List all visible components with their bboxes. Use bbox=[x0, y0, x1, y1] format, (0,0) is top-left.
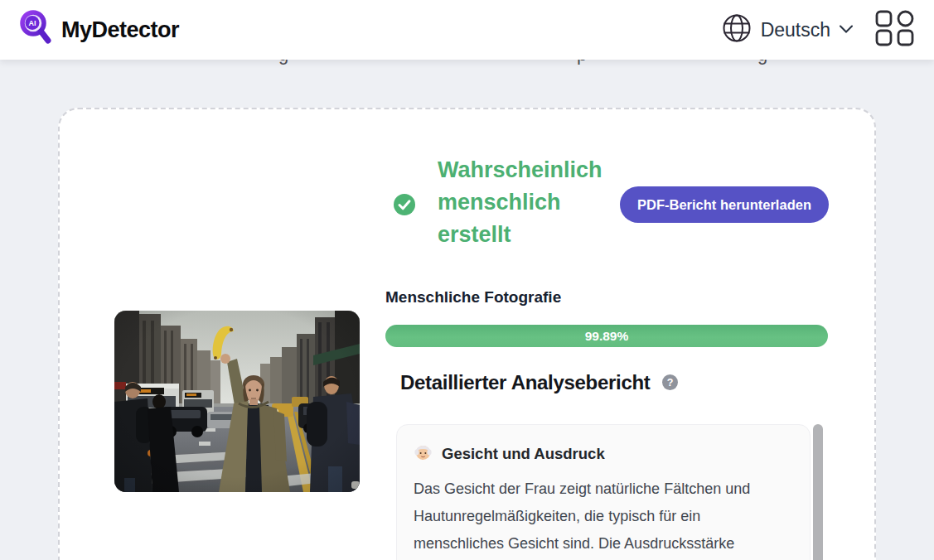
report-title-row: Detaillierter Analysebericht ? bbox=[400, 371, 678, 394]
text-fragment: p bbox=[577, 60, 587, 65]
analysis-panel[interactable]: Gesicht und Ausdruck Das Gesicht der Fra… bbox=[396, 424, 811, 560]
svg-text:?: ? bbox=[666, 377, 673, 389]
confidence-value: 99.89% bbox=[585, 329, 629, 344]
brand-logo[interactable]: AI MyDetector bbox=[18, 9, 179, 51]
language-selector[interactable]: Deutsch bbox=[721, 12, 854, 47]
check-circle-icon bbox=[393, 193, 416, 220]
analysis-section-body: Das Gesicht der Frau zeigt natürliche Fä… bbox=[414, 476, 793, 558]
analyzed-photo bbox=[114, 311, 360, 492]
language-label: Deutsch bbox=[761, 19, 830, 41]
ai-magnifier-icon: AI bbox=[18, 9, 55, 51]
chevron-down-icon bbox=[839, 22, 854, 37]
brand-name: MyDetector bbox=[61, 17, 179, 43]
confidence-progress-bar: 99.89% bbox=[385, 325, 828, 347]
pdf-download-button[interactable]: PDF-Bericht herunterladen bbox=[620, 186, 829, 223]
header: AI MyDetector Deutsch bbox=[0, 0, 934, 60]
old-woman-emoji bbox=[414, 442, 433, 465]
apps-grid-icon bbox=[875, 10, 914, 50]
report-title: Detaillierter Analysebericht bbox=[400, 371, 651, 394]
category-label: Menschliche Fotografie bbox=[385, 288, 561, 307]
verdict-text: Wahrscheinlich menschlich erstellt bbox=[438, 154, 636, 251]
svg-text:AI: AI bbox=[29, 19, 36, 27]
clipped-scrolled-text: g p g bbox=[0, 60, 934, 70]
app-root: AI MyDetector Deutsch bbox=[0, 0, 934, 560]
analysis-scrollbar-thumb[interactable] bbox=[813, 424, 823, 560]
globe-icon bbox=[721, 12, 753, 47]
apps-grid-button[interactable] bbox=[875, 10, 914, 50]
text-fragment: g bbox=[278, 60, 288, 65]
analysis-section-head: Gesicht und Ausdruck bbox=[414, 442, 793, 465]
analysis-section-heading: Gesicht und Ausdruck bbox=[442, 445, 605, 463]
header-actions: Deutsch bbox=[721, 10, 914, 50]
text-fragment: g bbox=[757, 60, 767, 65]
question-mark-icon[interactable]: ? bbox=[662, 374, 678, 393]
